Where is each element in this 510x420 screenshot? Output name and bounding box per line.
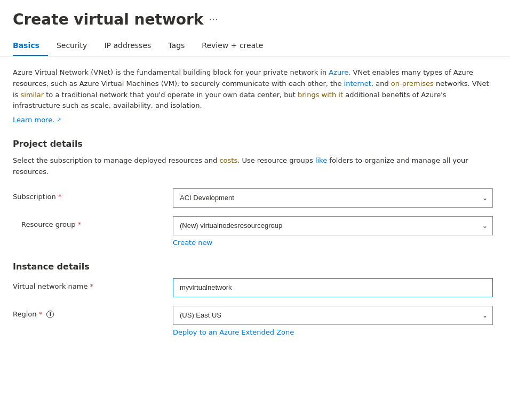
subscription-row: Subscription * ACI Development ⌄: [13, 188, 497, 208]
page-title: Create virtual network: [13, 11, 203, 28]
vnet-name-row: Virtual network name *: [13, 278, 497, 297]
external-link-icon: ↗: [57, 117, 61, 123]
create-new-link[interactable]: Create new: [173, 239, 212, 247]
vnet-name-input[interactable]: [173, 278, 493, 297]
vnet-name-label: Virtual network name *: [13, 282, 93, 290]
region-required: *: [39, 310, 43, 318]
region-dropdown-wrapper: (US) East US ⌄: [173, 306, 493, 325]
tab-basics[interactable]: Basics: [13, 37, 48, 56]
subscription-field-col: ACI Development ⌄: [173, 188, 493, 208]
tab-security[interactable]: Security: [48, 37, 96, 56]
region-label: Region * i: [13, 310, 54, 318]
tab-tags[interactable]: Tags: [160, 37, 193, 56]
project-details-title: Project details: [13, 139, 497, 149]
resource-group-label: Resource group *: [21, 220, 81, 228]
subscription-required: *: [58, 193, 62, 201]
project-details-section: Project details Select the subscription …: [13, 139, 497, 247]
tab-ip-addresses[interactable]: IP addresses: [95, 37, 160, 56]
subscription-label: Subscription *: [13, 193, 61, 201]
instance-details-title: Instance details: [13, 261, 497, 272]
region-dropdown[interactable]: (US) East US: [173, 306, 493, 325]
vnet-name-field-col: [173, 278, 493, 297]
region-row: Region * i (US) East US ⌄ Deploy to an A…: [13, 306, 497, 336]
resource-group-label-col: Resource group *: [21, 216, 173, 228]
page-header: Create virtual network ···: [0, 0, 510, 28]
learn-more-link[interactable]: Learn more. ↗: [13, 116, 61, 124]
region-info-icon[interactable]: i: [46, 311, 54, 318]
resource-group-required: *: [78, 220, 82, 228]
subscription-dropdown[interactable]: ACI Development: [173, 188, 493, 208]
tab-review-create[interactable]: Review + create: [193, 37, 272, 56]
resource-group-dropdown[interactable]: (New) virtualnodesresourcegroup: [173, 216, 493, 235]
resource-group-dropdown-wrapper: (New) virtualnodesresourcegroup ⌄: [173, 216, 493, 235]
subscription-label-col: Subscription *: [13, 188, 173, 201]
vnet-name-label-col: Virtual network name *: [13, 278, 173, 290]
project-details-description: Select the subscription to manage deploy…: [13, 155, 493, 178]
instance-details-section: Instance details Virtual network name * …: [13, 261, 497, 336]
content-area: Azure Virtual Network (VNet) is the fund…: [0, 57, 510, 355]
tabs-nav: Basics Security IP addresses Tags Review…: [0, 28, 510, 57]
vnet-name-required: *: [90, 282, 94, 290]
region-field-col: (US) East US ⌄ Deploy to an Azure Extend…: [173, 306, 493, 336]
intro-description: Azure Virtual Network (VNet) is the fund…: [13, 67, 493, 112]
subscription-dropdown-wrapper: ACI Development ⌄: [173, 188, 493, 208]
more-options-icon[interactable]: ···: [209, 14, 218, 25]
resource-group-row: Resource group * (New) virtualnodesresou…: [13, 216, 497, 247]
region-label-col: Region * i: [13, 306, 173, 319]
resource-group-field-col: (New) virtualnodesresourcegroup ⌄ Create…: [173, 216, 493, 247]
deploy-extended-zone-link[interactable]: Deploy to an Azure Extended Zone: [173, 328, 294, 336]
